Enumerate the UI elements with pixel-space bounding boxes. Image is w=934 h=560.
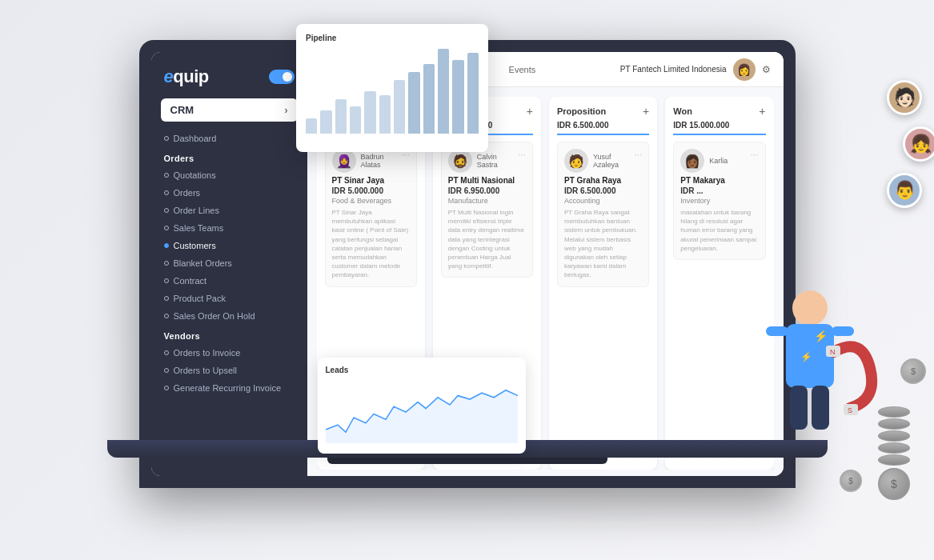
card-amount: IDR 5.000.000 xyxy=(332,186,410,195)
pipeline-column-proposition: Proposition + IDR 6.500.000 🧑 Yusuf Azal… xyxy=(549,97,657,470)
svg-marker-0 xyxy=(326,390,518,443)
sidebar-item-label: Dashboard xyxy=(174,134,217,143)
card-company: PT Multi Nasional xyxy=(448,176,526,185)
dot-icon xyxy=(164,386,169,390)
bar-7 xyxy=(408,72,419,134)
theme-toggle[interactable] xyxy=(269,70,295,84)
svg-rect-3 xyxy=(766,326,788,336)
card-person-name: Badrun Alatas xyxy=(361,153,397,169)
card-category: Manufacture xyxy=(448,197,526,205)
deal-card-won[interactable]: 👩🏾 Karlia ··· PT Makarya IDR ... Invento… xyxy=(673,142,765,260)
sidebar-item-dashboard[interactable]: Dashboard xyxy=(151,130,307,147)
add-proposition-button[interactable]: + xyxy=(643,105,649,118)
leads-chart: Leads xyxy=(318,358,526,454)
col-header-proposition: Proposition + xyxy=(557,105,649,118)
sidebar-item-label: Sales Teams xyxy=(174,223,224,233)
person-figure: N S ⚡ ⚡ xyxy=(738,280,882,496)
sidebar-item-label: Blanket Orders xyxy=(174,258,232,268)
dot-icon xyxy=(164,190,169,195)
svg-text:⚡: ⚡ xyxy=(800,350,812,362)
card-desc: PT Graha Raya sangat membutuhkan bantuan… xyxy=(564,208,642,280)
sidebar-item-label: Quotations xyxy=(174,170,216,180)
card-avatar-row: 🧔 Calvin Sastra ··· xyxy=(448,149,526,173)
coin-badge-2: $ xyxy=(840,470,862,492)
add-qualified-button[interactable]: + xyxy=(527,105,533,118)
add-won-button[interactable]: + xyxy=(759,105,765,118)
col-amount-won: IDR 15.000.000 xyxy=(673,121,765,135)
svg-text:⚡: ⚡ xyxy=(814,330,828,343)
tab-events[interactable]: Events xyxy=(499,52,546,87)
crm-button[interactable]: CRM › xyxy=(161,98,298,122)
sidebar-item-orders-to-invoice[interactable]: Orders to Invoice xyxy=(151,344,307,362)
dot-icon xyxy=(164,173,169,178)
bar-5 xyxy=(379,95,391,134)
sidebar-item-label: Contract xyxy=(174,276,207,286)
col-header-won: Won + xyxy=(673,105,765,118)
coin-1 xyxy=(878,406,910,418)
dot-icon xyxy=(164,350,169,355)
deal-card-qualified[interactable]: 🧔 Calvin Sastra ··· PT Multi Nasional ID… xyxy=(441,142,533,278)
settings-icon[interactable]: ⚙ xyxy=(762,64,771,75)
sidebar-item-customers[interactable]: Customers xyxy=(151,237,307,254)
sidebar-item-generate-invoice[interactable]: Generate Recurring Invoice xyxy=(151,379,307,397)
card-desc: PT Sinar Jaya membutuhkan aplikasi kasir… xyxy=(332,208,410,280)
sidebar-item-contract[interactable]: Contract xyxy=(151,272,307,290)
bar-4 xyxy=(364,91,375,134)
deal-card-proposition[interactable]: 🧑 Yusuf Azaleya ··· PT Graha Raya IDR 6.… xyxy=(557,142,649,287)
sidebar-logo: equip xyxy=(151,52,307,98)
dot-icon xyxy=(164,208,169,213)
dot-icon xyxy=(164,226,169,230)
card-person-name: Karlia xyxy=(709,157,728,165)
sidebar-item-blanket-orders[interactable]: Blanket Orders xyxy=(151,254,307,272)
leads-chart-title: Leads xyxy=(326,366,518,374)
sidebar-item-orders-to-upsell[interactable]: Orders to Upsell xyxy=(151,362,307,379)
bar-chart xyxy=(306,49,479,137)
pipeline-popup-chart: Pipeline xyxy=(296,24,488,152)
card-company: PT Sinar Jaya xyxy=(332,176,410,185)
card-amount: IDR 6.500.000 xyxy=(564,186,642,195)
coin-dollar: $ xyxy=(878,468,910,500)
dot-icon xyxy=(164,368,169,373)
sidebar-item-label: Orders to Upsell xyxy=(174,366,237,375)
card-avatar-row: 🧑 Yusuf Azaleya ··· xyxy=(564,149,642,173)
bar-8 xyxy=(423,64,435,134)
sidebar-item-sales-teams[interactable]: Sales Teams xyxy=(151,219,307,237)
card-menu-icon[interactable]: ··· xyxy=(634,149,642,160)
sidebar-item-orders[interactable]: Orders xyxy=(151,184,307,202)
svg-text:N: N xyxy=(830,348,836,356)
float-avatar-1: 🧑🏻 xyxy=(887,80,922,115)
deal-card-new[interactable]: 🧕 Badrun Alatas ··· PT Sinar Jaya IDR 5.… xyxy=(325,142,417,287)
bar-0 xyxy=(306,118,317,134)
coin-3 xyxy=(878,430,910,442)
card-amount: IDR 6.950.000 xyxy=(448,186,526,195)
sidebar-item-sales-order-hold[interactable]: Sales Order On Hold xyxy=(151,307,307,325)
sidebar-item-order-lines[interactable]: Order Lines xyxy=(151,202,307,219)
bar-10 xyxy=(452,60,463,134)
card-person-name: Calvin Sastra xyxy=(477,153,513,169)
bar-9 xyxy=(438,49,449,134)
card-menu-icon[interactable]: ··· xyxy=(750,149,758,160)
card-category: Inventory xyxy=(680,197,758,205)
sidebar-item-label: Sales Order On Hold xyxy=(174,311,255,321)
card-desc: masalahan untuk barang hilang di resolus… xyxy=(680,208,758,253)
sidebar-section-orders: Orders xyxy=(151,147,307,166)
dot-icon xyxy=(164,278,169,283)
coin-badge-1: $ xyxy=(900,358,926,384)
card-avatar-calvin: 🧔 xyxy=(448,149,472,173)
col-title-proposition: Proposition xyxy=(557,106,606,116)
sidebar-item-quotations[interactable]: Quotations xyxy=(151,166,307,184)
dot-icon xyxy=(164,314,169,318)
sidebar-item-product-pack[interactable]: Product Pack xyxy=(151,290,307,307)
card-avatar-row: 👩🏾 Karlia ··· xyxy=(680,149,758,173)
card-person-name: Yusuf Azaleya xyxy=(593,153,629,169)
bar-6 xyxy=(394,80,405,134)
chevron-right-icon: › xyxy=(285,105,288,116)
scene: equip CRM › Dashboard Orders xyxy=(0,0,934,560)
card-avatar-yusuf: 🧑 xyxy=(564,149,588,173)
pipeline-popup-title: Pipeline xyxy=(306,34,479,42)
logo-text: equip xyxy=(164,66,209,87)
coin-4 xyxy=(878,442,910,454)
sidebar-item-label: Product Pack xyxy=(174,294,226,303)
card-menu-icon[interactable]: ··· xyxy=(518,149,526,160)
company-name: PT Fantech Limited Indonesia xyxy=(620,65,727,74)
